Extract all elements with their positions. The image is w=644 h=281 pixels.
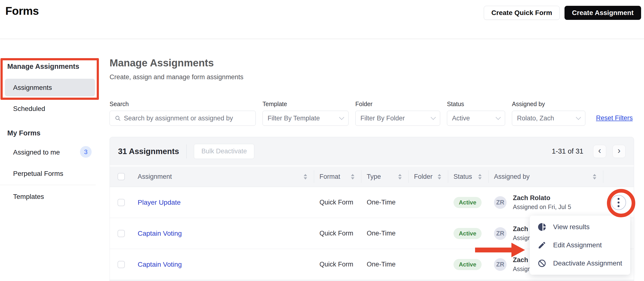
avatar: ZR <box>494 258 506 271</box>
table-header-row: Assignment Format Type Folder Status Ass… <box>110 166 634 187</box>
sort-icon[interactable] <box>478 174 482 180</box>
assigned-by-select[interactable]: Rolato, Zach <box>512 111 585 126</box>
menu-item-label: Deactivate Assignment <box>553 260 622 267</box>
avatar: ZR <box>494 227 506 240</box>
column-label: Assignment <box>138 173 172 181</box>
assignment-link[interactable]: Captain Voting <box>138 261 182 268</box>
sidebar-item-templates[interactable]: Templates <box>13 193 44 201</box>
search-field-wrap <box>110 111 256 126</box>
type-cell: One-Time <box>362 199 409 206</box>
row-select-cell <box>110 199 132 206</box>
sidebar-section-manage-assignments: Manage Assignments <box>7 62 79 70</box>
menu-item-deactivate-assignment[interactable]: Deactivate Assignment <box>530 259 630 268</box>
search-filter-group: Search <box>110 100 256 126</box>
header-divider <box>0 39 644 39</box>
assignment-link[interactable]: Captain Voting <box>138 230 182 237</box>
column-header-assigned-by[interactable]: Assigned by <box>489 170 603 183</box>
row-select-cell <box>110 230 132 237</box>
sort-icon[interactable] <box>593 174 596 180</box>
status-select[interactable]: Active <box>447 111 505 126</box>
table-row: Player Update Quick Form One-Time Active… <box>110 187 634 218</box>
folder-select[interactable]: Filter By Folder <box>355 111 440 126</box>
page-title: Forms <box>5 4 39 17</box>
assignment-link[interactable]: Player Update <box>138 199 180 206</box>
sidebar-section-my-forms: My Forms <box>7 129 40 137</box>
folder-select-value: Filter By Folder <box>360 115 405 122</box>
pie-chart-icon <box>538 223 546 231</box>
status-label: Status <box>447 100 505 108</box>
sidebar-item-perpetual-forms[interactable]: Perpetual Forms <box>13 170 63 178</box>
create-assignment-button[interactable]: Create Assignment <box>564 6 641 20</box>
bulk-deactivate-button[interactable]: Bulk Deactivate <box>194 144 254 159</box>
status-badge: Active <box>454 228 482 239</box>
format-cell: Quick Form <box>314 261 362 268</box>
template-label: Template <box>262 100 348 108</box>
sort-icon[interactable] <box>304 174 307 180</box>
chevron-left-icon: ‹ <box>598 146 601 156</box>
search-input[interactable] <box>124 115 250 122</box>
folder-label: Folder <box>355 100 440 108</box>
select-all-cell <box>110 173 132 180</box>
header-actions: Create Quick Form Create Assignment <box>484 6 641 20</box>
menu-item-edit-assignment[interactable]: Edit Assignment <box>530 241 630 250</box>
status-filter-group: Status Active <box>447 100 505 126</box>
status-select-value: Active <box>452 115 470 122</box>
main-heading: Manage Assignments <box>110 57 214 69</box>
status-badge: Active <box>454 259 482 270</box>
row-checkbox[interactable] <box>118 261 125 268</box>
pagination-prev-button[interactable]: ‹ <box>593 145 606 158</box>
sort-icon[interactable] <box>351 174 354 180</box>
assigned-by-filter-group: Assigned by Rolato, Zach <box>512 100 585 126</box>
pagination-range: 1-31 of 31 <box>552 147 584 155</box>
assignments-count-title: 31 Assignments <box>118 147 179 156</box>
toolbar-divider <box>186 144 187 158</box>
sidebar-item-assigned-to-me[interactable]: Assigned to me <box>13 149 60 156</box>
sort-icon[interactable] <box>398 174 402 180</box>
row-checkbox[interactable] <box>118 230 125 237</box>
row-actions-kebab-button[interactable] <box>611 195 626 210</box>
column-label: Format <box>320 173 340 181</box>
chevron-down-icon <box>576 115 581 120</box>
column-header-folder[interactable]: Folder <box>409 170 448 183</box>
sidebar-item-assignments[interactable]: Assignments <box>5 79 95 96</box>
column-header-status[interactable]: Status <box>448 170 489 183</box>
template-filter-group: Template Filter By Template <box>262 100 348 126</box>
menu-item-label: Edit Assignment <box>553 241 602 249</box>
reset-filters-link[interactable]: Reset Filters <box>596 114 633 122</box>
assigned-by-cell: ZR Zach Rolato Assigned on Fri, Jul 5 <box>489 194 603 211</box>
format-cell: Quick Form <box>314 230 362 237</box>
folder-filter-group: Folder Filter By Folder <box>355 100 440 126</box>
chevron-down-icon <box>496 115 501 120</box>
status-badge: Active <box>454 197 482 208</box>
menu-item-label: View results <box>553 223 590 231</box>
type-cell: One-Time <box>362 261 409 268</box>
column-label: Type <box>367 173 381 181</box>
column-label: Status <box>454 173 472 181</box>
chevron-down-icon <box>431 115 436 120</box>
filters-bar: Search Template Filter By Template Folde… <box>110 100 633 126</box>
column-label: Folder <box>414 173 433 181</box>
column-header-type[interactable]: Type <box>362 170 409 183</box>
assigned-to-me-count-badge: 3 <box>80 146 92 158</box>
pagination-next-button[interactable]: › <box>612 145 626 158</box>
main-subheading: Create, assign and manage form assignmen… <box>110 73 243 81</box>
template-select[interactable]: Filter By Template <box>262 111 348 126</box>
pencil-icon <box>538 241 546 250</box>
create-quick-form-button[interactable]: Create Quick Form <box>484 6 560 20</box>
sort-icon[interactable] <box>438 174 441 180</box>
sidebar-item-scheduled[interactable]: Scheduled <box>13 105 45 113</box>
menu-item-view-results[interactable]: View results <box>530 223 630 231</box>
row-checkbox[interactable] <box>118 199 125 206</box>
chevron-down-icon <box>339 115 344 120</box>
row-actions-context-menu: View results Edit Assignment Deactivate … <box>530 216 630 275</box>
assigned-by-select-value: Rolato, Zach <box>517 115 554 122</box>
sidebar-divider <box>0 185 96 185</box>
column-header-assignment[interactable]: Assignment <box>132 170 314 183</box>
select-all-checkbox[interactable] <box>118 173 125 180</box>
ban-icon <box>538 259 546 268</box>
assigned-on-date: Assigned on Fri, Jul 5 <box>513 204 571 211</box>
column-header-format[interactable]: Format <box>314 170 362 183</box>
type-cell: One-Time <box>362 230 409 237</box>
format-cell: Quick Form <box>314 199 362 206</box>
search-icon <box>115 115 121 121</box>
